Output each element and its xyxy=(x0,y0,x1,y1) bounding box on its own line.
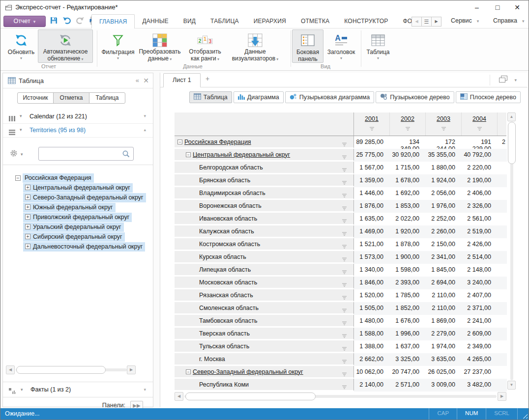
data-cell[interactable]: 2 110,00 xyxy=(426,289,462,302)
row-header[interactable]: Воронежская область xyxy=(175,200,354,212)
collapse-icon[interactable]: − xyxy=(15,175,21,181)
row-header[interactable]: Тамбовская область xyxy=(175,315,354,327)
data-cell[interactable]: 1 692,00 xyxy=(390,187,426,200)
filter-funnel-icon[interactable] xyxy=(342,255,347,264)
filter-funnel-icon[interactable] xyxy=(342,383,347,392)
data-cell[interactable]: 3 635,00 xyxy=(426,353,462,366)
search-input[interactable] xyxy=(42,149,118,158)
data-cell[interactable]: 2 406,00 xyxy=(462,187,498,200)
data-cell[interactable]: 2 407,00 xyxy=(462,289,498,302)
view-button-bubble-tree[interactable]: Пузырьковое дерево xyxy=(376,91,454,103)
data-cell[interactable]: 1 846,00 xyxy=(354,277,390,289)
data-cell[interactable]: 2 190,00 xyxy=(462,174,498,187)
filter-funnel-icon[interactable] xyxy=(369,124,375,133)
data-cell[interactable]: 1 869,00 xyxy=(426,315,462,328)
filter-funnel-icon[interactable] xyxy=(342,370,347,379)
row-label[interactable]: г. Москва xyxy=(199,356,225,363)
tree-item[interactable]: +Сибирский федеральный округ xyxy=(3,232,153,242)
row-label[interactable]: Курская область xyxy=(199,253,246,260)
data-cell[interactable]: 2 252,00 xyxy=(426,213,462,225)
filter-funnel-icon[interactable] xyxy=(342,319,347,328)
view-button-table-view[interactable]: Таблица xyxy=(189,91,232,103)
data-cell[interactable]: 1 853,00 xyxy=(390,200,426,213)
data-cell[interactable]: 30 920,00 xyxy=(390,149,426,162)
row-label[interactable]: Воронежская область xyxy=(199,202,262,209)
data-cell[interactable]: 1 876,00 xyxy=(354,200,390,213)
undo-icon[interactable] xyxy=(62,17,71,27)
data-cell[interactable]: 1 880,00 xyxy=(426,162,462,174)
data-cell[interactable]: 1 359,00 xyxy=(354,174,390,187)
filter-funnel-icon[interactable] xyxy=(342,166,347,174)
close-button[interactable]: ✕ xyxy=(508,0,527,14)
data-cell[interactable]: 172 244,00 xyxy=(426,136,462,149)
ribbon-tab-главная[interactable]: ГЛАВНАЯ xyxy=(91,14,135,29)
data-cell[interactable]: 1 715,00 xyxy=(390,162,426,174)
row-header[interactable]: Липецкая область xyxy=(175,264,354,276)
row-header[interactable]: Брянская область xyxy=(175,174,354,187)
row-label[interactable]: Российская Федерация xyxy=(184,139,251,145)
scroll-down-icon[interactable]: ▼ xyxy=(507,381,516,390)
tree-item-label[interactable]: +Центральный федеральный округ xyxy=(23,183,133,193)
row-label[interactable]: Костромская область xyxy=(199,241,260,248)
data-cell[interactable]: 2 241,00 xyxy=(462,315,498,328)
data-cell[interactable]: 1 976,00 xyxy=(426,200,462,213)
gear-icon[interactable] xyxy=(10,149,18,159)
chevron-down-icon[interactable]: ▾ xyxy=(20,113,22,118)
filter-funnel-icon[interactable] xyxy=(477,124,482,133)
save-icon[interactable] xyxy=(50,16,58,27)
data-cell[interactable]: 3 325,00 xyxy=(390,353,426,366)
row-header[interactable]: Рязанская область xyxy=(175,289,354,302)
data-cell[interactable]: 1 924,00 xyxy=(426,174,462,187)
ribbon-button-filter[interactable]: Фильтрация▾ xyxy=(101,29,135,63)
maximize-button[interactable]: □ xyxy=(488,0,507,14)
ribbon-button-heading[interactable]: AЗаголовок▾ xyxy=(323,29,359,63)
data-cell[interactable]: 1 785,00 xyxy=(390,289,426,302)
filter-funnel-icon[interactable] xyxy=(342,357,347,366)
chevron-down-icon[interactable]: ▾ xyxy=(21,387,23,392)
vertical-scrollbar[interactable]: ▲ ▼ xyxy=(507,112,516,390)
search-icon[interactable] xyxy=(122,150,130,160)
data-cell[interactable]: 2 279,00 xyxy=(426,328,462,340)
data-cell[interactable]: 2 349,00 xyxy=(462,340,498,353)
chevron-down-icon[interactable]: ▾ xyxy=(514,78,517,83)
panel-tab-отметка[interactable]: Отметка xyxy=(53,92,89,104)
data-cell[interactable]: 2 260,00 xyxy=(426,225,462,238)
data-cell[interactable]: 1 480,00 xyxy=(354,315,390,328)
tree-item[interactable]: +Приволжский федеральный округ xyxy=(3,212,153,222)
tree-item[interactable]: +Уральский федеральный округ xyxy=(3,222,153,232)
data-cell[interactable]: 2 561,00 xyxy=(462,213,498,225)
row-label[interactable]: Владимирская область xyxy=(199,190,265,196)
tree-item-label[interactable]: Российская Федерация xyxy=(23,173,94,183)
filter-funnel-icon[interactable] xyxy=(342,217,347,225)
dimension-row[interactable]: ▾Territories (95 из 98)▴ xyxy=(3,124,153,138)
ribbon-button-ranks[interactable]: 213Отобразить как ранги ▾ xyxy=(184,29,226,63)
data-cell[interactable]: 1 845,00 xyxy=(426,264,462,277)
scroll-right-icon[interactable]: ▶ xyxy=(498,392,506,401)
row-label[interactable]: Центральный федеральный округ xyxy=(193,151,290,158)
row-header[interactable]: Смоленская область xyxy=(175,302,354,314)
scrollbar-thumb[interactable] xyxy=(185,392,316,400)
chevron-down-icon[interactable]: ▾ xyxy=(144,113,146,118)
data-cell[interactable]: 1 505,00 xyxy=(354,302,390,315)
data-cell[interactable]: 3 482,00 xyxy=(462,379,498,392)
data-cell[interactable]: 1 676,00 xyxy=(390,315,426,328)
chevron-down-icon[interactable]: ▾ xyxy=(20,127,22,132)
horizontal-scrollbar[interactable]: ◀ ▶ xyxy=(175,392,506,401)
arrange-windows-icon[interactable] xyxy=(499,76,507,84)
data-cell[interactable]: 2 519,00 xyxy=(462,225,498,238)
expand-icon[interactable]: + xyxy=(25,204,30,210)
column-year-label[interactable]: 2003 xyxy=(437,115,450,122)
tab-scroll-left-icon[interactable]: ◀ xyxy=(411,17,422,27)
row-label[interactable]: Рязанская область xyxy=(199,292,253,299)
data-cell[interactable]: 2 022,00 xyxy=(390,213,426,225)
filter-funnel-icon[interactable] xyxy=(342,268,347,277)
expand-icon[interactable]: + xyxy=(25,234,30,239)
row-header[interactable]: Костромская область xyxy=(175,238,354,251)
column-header-2002[interactable]: 2002 xyxy=(390,112,426,136)
filter-funnel-icon[interactable] xyxy=(441,124,446,133)
scroll-left-icon[interactable]: ◀ xyxy=(175,392,183,401)
data-cell[interactable]: 1 900,00 xyxy=(390,251,426,264)
row-header[interactable]: Курская область xyxy=(175,251,354,263)
data-cell[interactable]: 2 056,00 xyxy=(426,187,462,200)
column-header-2003[interactable]: 2003 xyxy=(426,112,462,136)
